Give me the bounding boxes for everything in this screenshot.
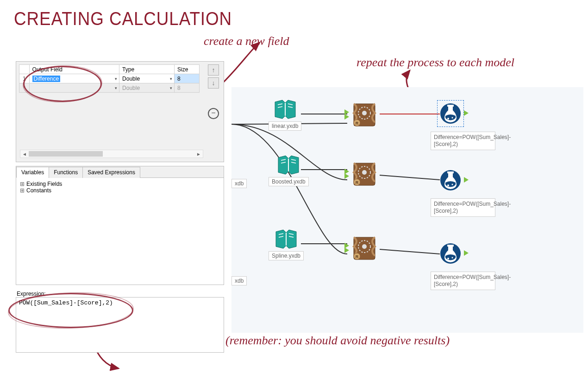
input-tool-spline[interactable]: Spline.yxdb: [269, 228, 304, 260]
workflow-canvas[interactable]: xdb xdb linear.yxdb Boosted.yxdb Spline.…: [231, 87, 583, 333]
svg-marker-25: [464, 110, 469, 116]
score-tool[interactable]: R: [351, 235, 378, 261]
svg-point-12: [362, 244, 367, 249]
chevron-down-icon[interactable]: ▾: [170, 76, 172, 81]
svg-point-28: [447, 184, 449, 186]
svg-rect-22: [447, 105, 454, 107]
size-cell[interactable]: 8: [174, 74, 199, 83]
svg-rect-32: [447, 245, 454, 247]
svg-marker-15: [344, 109, 349, 115]
file-chip: xdb: [231, 179, 247, 188]
variable-tree[interactable]: Existing Fields Constants: [16, 178, 224, 285]
svg-marker-18: [344, 173, 349, 179]
tab-functions[interactable]: Functions: [49, 167, 83, 178]
remove-row-button[interactable]: −: [208, 108, 219, 119]
score-icon: R: [351, 102, 378, 128]
chevron-down-icon[interactable]: ▾: [115, 86, 117, 90]
chevron-down-icon[interactable]: ▾: [115, 76, 117, 81]
svg-marker-35: [464, 250, 469, 256]
tab-variables[interactable]: Variables: [16, 167, 49, 178]
flask-icon: [439, 242, 462, 265]
input-tool-linear[interactable]: linear.yxdb: [269, 98, 301, 131]
horizontal-scrollbar[interactable]: ◄ ►: [20, 150, 203, 158]
col-output-field[interactable]: Output Field: [29, 65, 119, 74]
tool-label: Spline.yxdb: [269, 251, 304, 260]
svg-text:R: R: [356, 121, 359, 126]
formula-tool[interactable]: [439, 102, 462, 125]
type-cell[interactable]: Double▾: [119, 74, 175, 83]
svg-text:R: R: [356, 254, 359, 259]
table-row[interactable]: * ▾ Double▾ 8: [19, 83, 200, 93]
col-size[interactable]: Size: [174, 65, 199, 74]
svg-point-23: [447, 118, 449, 120]
tool-label: linear.yxdb: [269, 121, 301, 131]
annotation-repeat: repeat the process to each model: [357, 56, 514, 70]
move-down-button[interactable]: ↓: [208, 77, 219, 89]
book-icon: [273, 98, 297, 120]
svg-marker-30: [464, 177, 469, 183]
svg-point-2: [362, 111, 367, 115]
svg-point-34: [452, 257, 453, 259]
svg-marker-16: [344, 114, 349, 120]
flask-icon: [439, 102, 462, 125]
score-tool[interactable]: R: [351, 102, 378, 128]
output-field-cell[interactable]: Difference▾: [29, 74, 119, 83]
score-tool[interactable]: R: [351, 161, 378, 187]
book-icon: [276, 154, 300, 176]
flask-icon: [439, 169, 462, 192]
formula-annotation: Difference=POW([Sum_Sales]-[Score],2): [431, 272, 495, 290]
tab-saved-expressions[interactable]: Saved Expressions: [82, 167, 140, 178]
formula-annotation: Difference=POW([Sum_Sales]-[Score],2): [431, 132, 495, 150]
book-icon: [274, 228, 298, 250]
svg-point-33: [447, 258, 449, 260]
svg-text:R: R: [356, 180, 359, 185]
svg-point-29: [452, 184, 453, 185]
file-chip: xdb: [231, 276, 247, 285]
tree-node-constants[interactable]: Constants: [20, 187, 220, 194]
tree-node-existing-fields[interactable]: Existing Fields: [20, 181, 220, 187]
svg-point-24: [452, 117, 453, 119]
svg-marker-20: [344, 247, 349, 253]
svg-rect-27: [447, 171, 454, 173]
chevron-down-icon[interactable]: ▾: [170, 86, 172, 90]
svg-marker-17: [344, 169, 349, 174]
col-type[interactable]: Type: [119, 65, 175, 74]
svg-point-7: [362, 170, 367, 175]
formula-annotation: Difference=POW([Sum_Sales]-[Score],2): [431, 198, 495, 217]
formula-tool[interactable]: [439, 169, 462, 192]
annotation-create-field: create a new field: [204, 34, 289, 48]
expression-input[interactable]: POW([Sum_Sales]-[Score],2): [16, 297, 224, 353]
table-row[interactable]: 1 Difference▾ Double▾ 8: [19, 74, 200, 83]
score-icon: R: [351, 161, 378, 187]
output-field-grid: Output Field Type Size 1 Difference▾ Dou…: [16, 61, 224, 162]
page-title: CREATING CALCULATION: [14, 8, 232, 29]
expression-label: Expression:: [16, 291, 224, 297]
tabs: Variables Functions Saved Expressions: [16, 166, 224, 178]
input-tool-boosted[interactable]: Boosted.yxdb: [269, 154, 309, 186]
svg-marker-19: [344, 243, 349, 248]
formula-tool[interactable]: [439, 242, 462, 265]
move-up-button[interactable]: ↑: [208, 64, 219, 76]
score-icon: R: [351, 235, 378, 261]
tool-label: Boosted.yxdb: [269, 177, 309, 186]
